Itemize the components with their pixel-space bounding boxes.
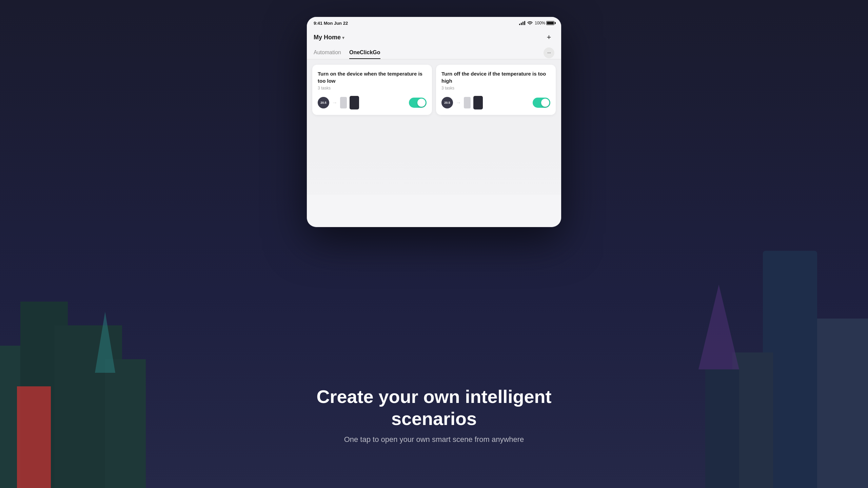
status-time: 9:41 Mon Jun 22 <box>314 21 348 26</box>
card-1-title: Turn on the device when the temperature … <box>318 70 427 84</box>
temp-value-1: 20.5 <box>320 101 327 104</box>
devices-row-2: 20.5 → <box>441 96 483 109</box>
toggle-knob-2 <box>541 99 549 107</box>
wifi-icon <box>527 21 533 26</box>
chevron-down-icon: ▾ <box>342 35 344 40</box>
battery-indicator: 100% <box>535 21 554 25</box>
status-bar: 9:41 Mon Jun 22 100% <box>307 17 561 29</box>
card-1-tasks: 3 tasks <box>318 86 427 90</box>
automation-card-2[interactable]: Turn off the device if the temperature i… <box>436 65 556 115</box>
building-left-4 <box>105 359 146 488</box>
signal-icon <box>519 21 525 25</box>
device-frame: 9:41 Mon Jun 22 100% <box>307 17 561 227</box>
automation-card-1[interactable]: Turn on the device when the temperature … <box>312 65 432 115</box>
card-2-title: Turn off the device if the temperature i… <box>441 70 550 84</box>
toggle-knob-1 <box>417 99 426 107</box>
battery-percent: 100% <box>535 21 545 25</box>
bottom-text-section: Create your own intelligent scenarios On… <box>298 386 570 444</box>
building-right-4 <box>705 369 739 488</box>
app-header: My Home ▾ + <box>307 29 561 47</box>
toggle-2[interactable] <box>533 98 550 108</box>
home-title: My Home <box>314 34 341 41</box>
tab-bar: Automation OneClickGo ··· <box>307 47 561 59</box>
toggle-1[interactable] <box>409 98 427 108</box>
device-switch-1 <box>350 96 359 109</box>
purple-triangle <box>698 285 739 369</box>
content-area: Turn on the device when the temperature … <box>307 59 561 195</box>
battery-icon <box>546 21 554 25</box>
card-2-devices: 20.5 → <box>441 96 550 109</box>
building-left-5 <box>17 386 51 488</box>
add-button[interactable]: + <box>544 32 554 43</box>
more-options-button[interactable]: ··· <box>544 47 554 58</box>
arrow-icon-1: → <box>332 100 337 106</box>
device-plug-2 <box>464 97 471 108</box>
automation-grid: Turn on the device when the temperature … <box>312 65 556 115</box>
status-icons: 100% <box>519 21 554 26</box>
tab-oneclickgo[interactable]: OneClickGo <box>349 47 380 59</box>
card-2-tasks: 3 tasks <box>441 86 550 90</box>
device-plug-1 <box>340 97 347 108</box>
device-switch-2 <box>473 96 483 109</box>
temp-sensor-2: 20.5 <box>441 97 453 108</box>
devices-row-1: 20.5 → <box>318 96 359 109</box>
home-selector[interactable]: My Home ▾ <box>314 34 344 41</box>
tab-automation[interactable]: Automation <box>314 47 341 59</box>
arrow-icon-2: → <box>456 100 461 106</box>
city-buildings <box>0 251 868 488</box>
main-headline: Create your own intelligent scenarios <box>298 386 570 430</box>
sub-headline: One tap to open your own smart scene fro… <box>298 435 570 444</box>
device-frame-wrapper: 9:41 Mon Jun 22 100% <box>307 17 561 227</box>
temp-value-2: 20.5 <box>444 101 450 104</box>
temp-sensor-1: 20.5 <box>318 97 329 108</box>
card-1-devices: 20.5 → <box>318 96 427 109</box>
